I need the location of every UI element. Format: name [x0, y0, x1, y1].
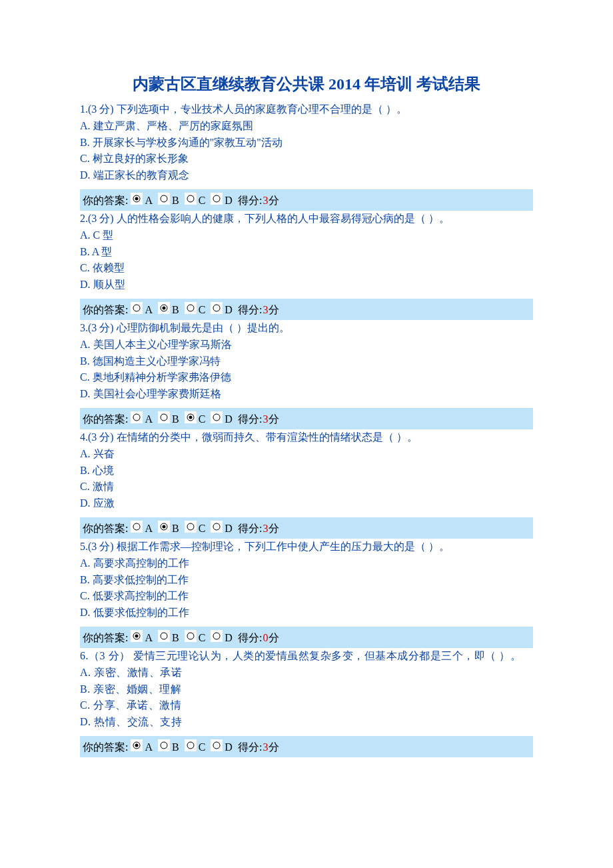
radio-icon [185, 411, 197, 423]
radio-icon [131, 739, 143, 751]
radio-option-d[interactable]: D [209, 412, 234, 427]
radio-option-a[interactable]: A [129, 303, 154, 317]
radio-letter: A [145, 193, 153, 208]
score-label: 得分: [238, 193, 262, 208]
radio-option-a[interactable]: A [129, 193, 154, 208]
question-option: A. 高要求高控制的工作 [80, 555, 533, 572]
answer-label: 你的答案: [83, 740, 128, 755]
radio-letter: B [172, 193, 179, 208]
radio-letter: A [145, 740, 153, 755]
score-label: 得分: [238, 303, 262, 317]
score-unit: 分 [269, 740, 279, 755]
question-option: C. 激情 [80, 479, 533, 495]
radio-icon [211, 521, 223, 533]
question-option: B. 心境 [80, 463, 533, 479]
score-label: 得分: [238, 521, 262, 536]
radio-option-c[interactable]: C [183, 740, 207, 755]
radio-option-b[interactable]: B [157, 303, 181, 317]
radio-option-b[interactable]: B [157, 631, 181, 645]
svg-point-4 [213, 195, 220, 202]
radio-option-b[interactable]: B [157, 521, 181, 536]
svg-point-2 [161, 195, 167, 202]
radio-icon [158, 193, 170, 205]
spacer [80, 621, 533, 627]
answer-row: 你的答案: ABCD 得分: 3 分 [80, 408, 533, 429]
question-stem: 2.(3 分) 人的性格会影响人的健康，下列人格的人中最容易得冠心病的是（ ）。 [80, 211, 533, 227]
radio-letter: A [145, 631, 153, 645]
answer-label: 你的答案: [83, 521, 128, 536]
radio-icon [211, 302, 223, 314]
radio-icon [158, 411, 170, 423]
svg-point-29 [213, 742, 220, 749]
radio-letter: C [199, 193, 206, 208]
radio-letter: B [172, 521, 179, 536]
radio-icon [185, 739, 197, 751]
question-option: D. 应激 [80, 495, 533, 512]
radio-option-d[interactable]: D [209, 740, 234, 755]
radio-option-a[interactable]: A [129, 740, 154, 755]
radio-letter: D [225, 740, 233, 755]
radio-icon [158, 521, 170, 533]
page-title: 内蒙古区直继续教育公共课 2014 年培训 考试结果 [80, 73, 533, 95]
svg-point-22 [161, 633, 167, 639]
svg-point-23 [187, 633, 194, 639]
svg-point-24 [213, 633, 220, 639]
radio-icon [158, 302, 170, 314]
radio-option-a[interactable]: A [129, 631, 154, 645]
question-option: A. 亲密、激情、承诺 [80, 665, 533, 681]
question-option: B. 亲密、婚姻、理解 [80, 681, 533, 698]
radio-icon [131, 630, 143, 642]
radio-icon [158, 739, 170, 751]
radio-option-b[interactable]: B [157, 740, 181, 755]
score-value: 0 [263, 631, 268, 645]
score-label: 得分: [238, 631, 262, 645]
answer-row: 你的答案: ABCD 得分: 0 分 [80, 627, 533, 648]
svg-point-8 [187, 305, 194, 311]
page-container: 内蒙古区直继续教育公共课 2014 年培训 考试结果 1.(3 分) 下列选项中… [0, 0, 613, 797]
question-stem: 5.(3 分) 根据工作需求—控制理论，下列工作中使人产生的压力最大的是（ ）。 [80, 539, 533, 555]
radio-option-a[interactable]: A [129, 412, 154, 427]
answer-row: 你的答案: ABCD 得分: 3 分 [80, 736, 533, 757]
radio-letter: A [145, 303, 153, 317]
score-unit: 分 [269, 193, 279, 208]
svg-point-13 [189, 415, 192, 419]
question-block: 4.(3 分) 在情绪的分类中，微弱而持久、带有渲染性的情绪状态是（ ）。A. … [80, 429, 533, 539]
radio-icon [185, 521, 197, 533]
spacer [80, 731, 533, 736]
radio-option-c[interactable]: C [183, 303, 207, 317]
answer-label: 你的答案: [83, 412, 128, 427]
radio-option-d[interactable]: D [209, 193, 234, 208]
question-block: 2.(3 分) 人的性格会影响人的健康，下列人格的人中最容易得冠心病的是（ ）。… [80, 211, 533, 320]
radio-letter: B [172, 631, 179, 645]
radio-option-d[interactable]: D [209, 303, 234, 317]
radio-icon [185, 302, 197, 314]
radio-letter: A [145, 412, 153, 427]
radio-letter: C [199, 303, 206, 317]
score-unit: 分 [269, 521, 279, 536]
radio-option-d[interactable]: D [209, 631, 234, 645]
question-option: C. 分享、承诺、激情 [80, 697, 533, 714]
question-block: 3.(3 分) 心理防御机制最先是由（ ）提出的。A. 美国人本主义心理学家马斯… [80, 320, 533, 429]
radio-icon [211, 739, 223, 751]
radio-icon [211, 193, 223, 205]
question-block: 1.(3 分) 下列选项中，专业技术人员的家庭教育心理不合理的是（ ）。A. 建… [80, 101, 533, 211]
svg-point-19 [213, 523, 220, 530]
radio-option-b[interactable]: B [157, 412, 181, 427]
radio-option-c[interactable]: C [183, 412, 207, 427]
question-option: B. 德国构造主义心理学家冯特 [80, 353, 533, 370]
radio-option-c[interactable]: C [183, 193, 207, 208]
radio-option-d[interactable]: D [209, 521, 234, 536]
radio-option-c[interactable]: C [183, 521, 207, 536]
score-unit: 分 [269, 303, 279, 317]
question-stem: 3.(3 分) 心理防御机制最先是由（ ）提出的。 [80, 320, 533, 337]
radio-option-c[interactable]: C [183, 631, 207, 645]
question-option: B. 开展家长与学校多沟通的"家教互动"活动 [80, 135, 533, 151]
radio-letter: D [225, 631, 233, 645]
question-option: C. 树立良好的家长形象 [80, 151, 533, 167]
question-option: C. 奥地利精神分析学家弗洛伊德 [80, 369, 533, 386]
question-option: B. A 型 [80, 244, 533, 261]
radio-option-b[interactable]: B [157, 193, 181, 208]
radio-letter: C [199, 412, 206, 427]
radio-icon [211, 411, 223, 423]
radio-option-a[interactable]: A [129, 521, 154, 536]
